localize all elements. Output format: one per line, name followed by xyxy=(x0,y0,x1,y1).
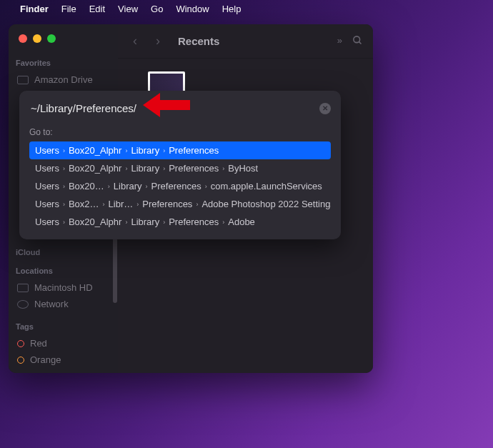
menu-help[interactable]: Help xyxy=(222,4,241,14)
svg-point-0 xyxy=(354,36,360,42)
overflow-icon[interactable]: » xyxy=(337,35,342,48)
toolbar: ‹ › Recents » xyxy=(118,24,373,59)
annotation-arrow xyxy=(143,93,194,117)
folder-icon xyxy=(17,76,29,84)
svg-line-1 xyxy=(359,41,361,44)
goto-label: Go to: xyxy=(29,127,331,137)
sidebar-item-macintosh-hd[interactable]: Macintosh HD xyxy=(16,279,111,296)
menu-file[interactable]: File xyxy=(61,4,76,14)
sidebar-tag-orange[interactable]: Orange xyxy=(16,352,111,368)
sidebar-section-favorites: Favorites xyxy=(16,59,111,67)
search-icon[interactable] xyxy=(352,35,363,48)
sidebar-item-label: Network xyxy=(34,299,69,309)
sidebar-section-locations: Locations xyxy=(16,267,111,275)
goto-suggestion[interactable]: Users›Box20_Alphr›Library›Preferences xyxy=(29,141,331,159)
network-icon xyxy=(17,300,29,309)
menu-go[interactable]: Go xyxy=(151,4,163,14)
goto-suggestion[interactable]: Users›Box20_Alphr›Library›Preferences›Ad… xyxy=(29,213,331,231)
menu-window[interactable]: Window xyxy=(176,4,209,14)
sidebar-tag-red[interactable]: Red xyxy=(16,335,111,352)
minimize-button[interactable] xyxy=(33,34,41,43)
disk-icon xyxy=(17,284,29,292)
menu-finder[interactable]: Finder xyxy=(20,4,49,14)
zoom-button[interactable] xyxy=(47,34,56,43)
clear-icon[interactable]: ✕ xyxy=(319,103,331,114)
menu-view[interactable]: View xyxy=(118,4,138,14)
close-button[interactable] xyxy=(19,34,27,43)
back-button[interactable]: ‹ xyxy=(128,34,142,49)
sidebar-item-label: Macintosh HD xyxy=(34,282,93,293)
goto-suggestion[interactable]: Users›Box2…›Libr…›Preferences›Adobe Phot… xyxy=(29,195,331,213)
tag-dot-icon xyxy=(17,357,24,364)
tag-dot-icon xyxy=(17,340,24,347)
menu-edit[interactable]: Edit xyxy=(89,4,105,14)
goto-suggestion[interactable]: Users›Box20…›Library›Preferences›com.app… xyxy=(29,177,331,195)
window-title: Recents xyxy=(178,35,219,47)
sidebar-item-label: Amazon Drive xyxy=(34,74,93,85)
goto-suggestion[interactable]: Users›Box20_Alphr›Library›Preferences›By… xyxy=(29,159,331,177)
sidebar-item-label: Orange xyxy=(30,354,61,365)
goto-suggestions: Users›Box20_Alphr›Library›PreferencesUse… xyxy=(29,141,331,231)
sidebar-item-label: Red xyxy=(30,338,47,349)
sidebar-item-amazon-drive[interactable]: Amazon Drive xyxy=(16,71,111,88)
sidebar-section-tags: Tags xyxy=(16,322,111,331)
forward-button[interactable]: › xyxy=(151,34,165,49)
window-controls xyxy=(19,34,111,43)
sidebar-section-icloud: iCloud xyxy=(16,248,111,257)
menubar: Finder File Edit View Go Window Help xyxy=(0,0,493,17)
sidebar-item-network[interactable]: Network xyxy=(16,296,111,312)
